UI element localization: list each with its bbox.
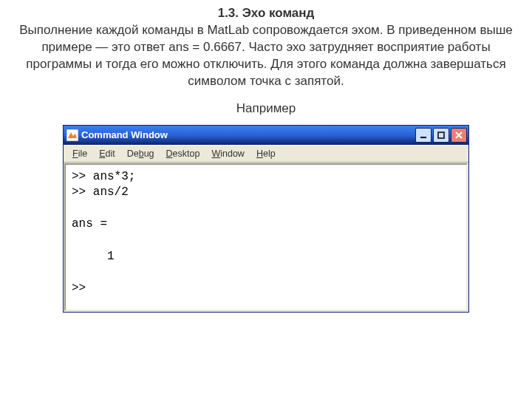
section-paragraph: Выполнение каждой команды в MatLab сопро… <box>13 22 519 90</box>
svg-rect-2 <box>438 132 444 138</box>
window-title: Command Window <box>81 129 415 140</box>
svg-rect-1 <box>420 137 426 138</box>
example-label: Например <box>13 100 519 117</box>
console-line: >> ans/2 <box>72 185 129 199</box>
menu-window[interactable]: Window <box>205 147 250 160</box>
menu-file[interactable]: File <box>66 147 93 160</box>
menu-help[interactable]: Help <box>250 147 282 160</box>
menu-desktop[interactable]: Desktop <box>160 147 206 160</box>
app-icon <box>66 129 78 141</box>
menu-bar: File Edit Debug Desktop Window Help <box>64 145 468 163</box>
title-bar[interactable]: Command Window <box>64 126 468 145</box>
console-prompt: >> <box>72 282 86 295</box>
menu-edit[interactable]: Edit <box>93 147 121 160</box>
console-line: >> ans*3; <box>72 170 135 183</box>
console-line: ans = <box>72 217 107 231</box>
close-button[interactable] <box>451 128 467 143</box>
section-heading: 1.3. Эхо команд <box>13 6 519 21</box>
title-buttons <box>415 128 467 143</box>
console-line: 1 <box>72 250 115 263</box>
document-page: 1.3. Эхо команд Выполнение каждой команд… <box>0 0 532 313</box>
minimize-button[interactable] <box>415 128 432 143</box>
console-area[interactable]: >> ans*3; >> ans/2 ans = 1 >> <box>64 163 468 311</box>
window-container: Command Window File Edit Debug <box>63 125 469 313</box>
command-window: Command Window File Edit Debug <box>63 125 469 313</box>
menu-debug[interactable]: Debug <box>121 147 160 160</box>
maximize-button[interactable] <box>433 128 449 143</box>
